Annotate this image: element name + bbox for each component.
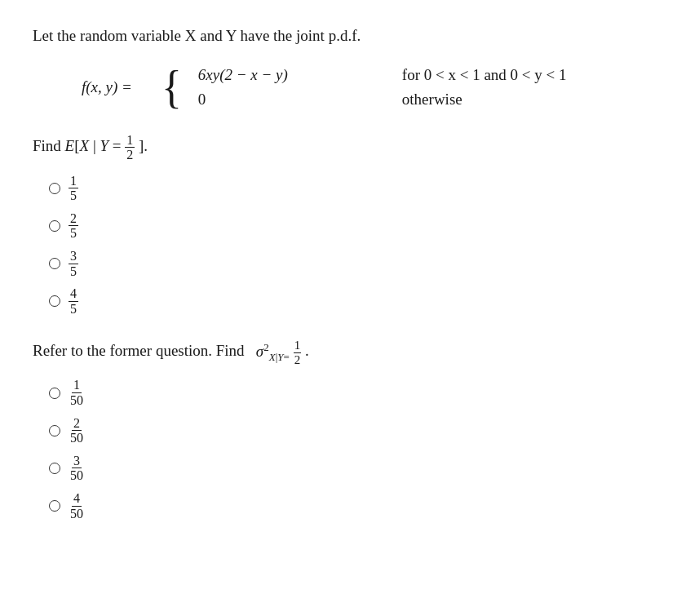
frac-num: 4	[69, 286, 78, 302]
radio-q2-1[interactable]	[49, 388, 60, 399]
frac-num: 1	[69, 174, 78, 189]
radio-q1-3[interactable]	[49, 258, 60, 269]
find-frac-num: 1	[125, 133, 135, 148]
fraction-q1-1: 1 5	[69, 174, 78, 203]
option-q1-4[interactable]: 4 5	[49, 286, 644, 316]
option-q2-3[interactable]: 3 50	[49, 454, 644, 483]
fraction-q1-2: 2 5	[69, 211, 78, 241]
fraction-q2-1: 1 50	[69, 378, 85, 407]
refer-period: .	[305, 343, 309, 360]
case2-expr: 0	[198, 91, 361, 109]
fraction-q2-4: 4 50	[69, 491, 85, 521]
frac-den: 50	[69, 393, 85, 408]
frac-den: 5	[69, 188, 78, 203]
fraction-q2-2: 2 50	[69, 416, 85, 445]
option-q1-1[interactable]: 1 5	[49, 174, 644, 203]
case2-cond: otherwise	[402, 91, 462, 109]
sigma-frac-num: 1	[294, 339, 302, 353]
frac-den: 50	[69, 431, 85, 445]
frac-num: 3	[72, 454, 82, 469]
find-fraction: 1 2	[125, 133, 135, 162]
sigma-notation: σ2X|Y= 1 2	[256, 343, 305, 360]
radio-q1-4[interactable]	[49, 295, 60, 307]
fraction-q2-3: 3 50	[69, 454, 85, 483]
fraction-q1-3: 3 5	[69, 249, 78, 278]
frac-den: 50	[69, 507, 85, 521]
option-q2-2[interactable]: 2 50	[49, 416, 644, 445]
radio-q1-2[interactable]	[49, 220, 60, 232]
frac-num: 3	[69, 249, 78, 264]
frac-num: 2	[72, 416, 82, 432]
case-row-2: 0 otherwise	[198, 91, 567, 109]
options-list-q2: 1 50 2 50 3 50 4 50	[49, 378, 644, 521]
sigma-sub-frac: 1 2	[294, 339, 302, 366]
find-text-end: ].	[139, 137, 148, 154]
frac-den: 5	[69, 264, 78, 279]
radio-q2-2[interactable]	[49, 425, 60, 437]
option-q1-3[interactable]: 3 5	[49, 249, 644, 278]
piecewise-function: f(x, y) = { 6xy(2 − x − y) for 0 < x < 1…	[82, 66, 644, 109]
frac-den: 50	[69, 468, 85, 483]
find-text-part1: Find E[X | Y =	[33, 137, 125, 154]
refer-text-content: Refer to the former question. Find	[33, 343, 245, 360]
sigma-subscript: X|Y=	[269, 351, 290, 363]
option-q1-2[interactable]: 2 5	[49, 211, 644, 241]
find-label-q1: Find E[X | Y = 1 2 ].	[33, 133, 644, 162]
option-q2-4[interactable]: 4 50	[49, 491, 644, 521]
case1-expr: 6xy(2 − x − y)	[198, 66, 361, 84]
fraction-q1-4: 4 5	[69, 286, 78, 316]
refer-label-q2: Refer to the former question. Find σ2X|Y…	[33, 339, 644, 366]
radio-q2-4[interactable]	[49, 500, 60, 512]
frac-num: 2	[69, 211, 78, 227]
option-q2-1[interactable]: 1 50	[49, 378, 644, 407]
refer-section-q2: Refer to the former question. Find σ2X|Y…	[33, 339, 644, 521]
radio-q1-1[interactable]	[49, 183, 60, 194]
find-frac-den: 2	[125, 148, 135, 162]
radio-q2-3[interactable]	[49, 463, 60, 474]
left-brace: {	[162, 64, 182, 110]
frac-num: 1	[72, 378, 82, 393]
find-section-q1: Find E[X | Y = 1 2 ]. 1 5 2 5 3 5	[33, 133, 644, 317]
frac-num: 4	[72, 491, 82, 507]
intro-paragraph: Let the random variable X and Y have the…	[33, 24, 644, 48]
cases-block: 6xy(2 − x − y) for 0 < x < 1 and 0 < y <…	[198, 66, 567, 109]
frac-den: 5	[69, 302, 78, 317]
sigma-frac-den: 2	[294, 353, 302, 367]
sigma-symbol: σ	[256, 343, 263, 360]
case1-cond: for 0 < x < 1 and 0 < y < 1	[402, 66, 567, 84]
options-list-q1: 1 5 2 5 3 5 4 5	[49, 174, 644, 317]
f-label: f(x, y) =	[82, 78, 132, 96]
frac-den: 5	[69, 226, 78, 241]
case-row-1: 6xy(2 − x − y) for 0 < x < 1 and 0 < y <…	[198, 66, 567, 84]
